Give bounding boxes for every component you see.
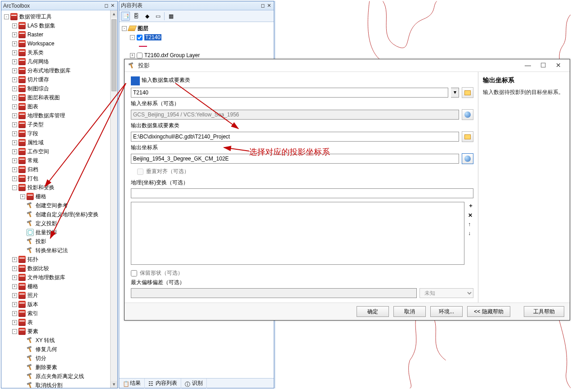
expand-toggle[interactable]: + (12, 104, 17, 109)
expand-toggle[interactable]: + (12, 95, 17, 100)
expand-toggle[interactable]: + (12, 149, 17, 154)
expand-toggle[interactable]: + (12, 77, 17, 82)
tree-node[interactable]: +数据比较 (4, 264, 116, 273)
tree-node[interactable]: +栅格 (4, 192, 116, 201)
scroll-down-icon[interactable]: ▼ (111, 381, 117, 388)
cs-picker-button[interactable] (462, 153, 473, 164)
list-by-selection-icon[interactable]: ▭ (153, 12, 162, 21)
tree-node[interactable]: -投影和变换 (4, 183, 116, 192)
environments-button[interactable]: 环境... (430, 306, 463, 317)
tab-identify[interactable]: ⓘ识别 (181, 379, 207, 388)
tree-node[interactable]: 批量投影 (4, 228, 116, 237)
tree-node[interactable]: +文件地理数据库 (4, 273, 116, 282)
tree-node[interactable]: XY 转线 (4, 336, 116, 345)
toc-layers-root[interactable]: - 图层 (121, 24, 272, 33)
tab-toc[interactable]: ☷内容列表 (145, 379, 181, 388)
cancel-button[interactable]: 取消 (393, 306, 426, 317)
tree-node[interactable]: +LAS 数据集 (4, 21, 116, 30)
expand-toggle[interactable]: + (12, 50, 17, 55)
add-button[interactable]: ＋ (468, 202, 473, 209)
expand-toggle[interactable]: + (20, 194, 25, 199)
expand-toggle[interactable]: + (130, 53, 135, 58)
input-dataset-field[interactable] (131, 88, 448, 98)
tree-node[interactable]: 转换坐标记法 (4, 246, 116, 255)
tree-node[interactable]: +切片缓存 (4, 75, 116, 84)
tree-node[interactable]: 删除要素 (4, 363, 116, 372)
tree-node[interactable]: +几何网络 (4, 57, 116, 66)
tree-node[interactable]: +Raster (4, 30, 116, 39)
expand-toggle[interactable]: + (12, 293, 17, 298)
tree-node[interactable]: +制图综合 (4, 84, 116, 93)
hide-help-button[interactable]: << 隐藏帮助 (467, 306, 510, 317)
tree-node[interactable]: +栅格 (4, 282, 116, 291)
expand-toggle[interactable]: + (12, 284, 17, 289)
arctoolbox-tree[interactable]: - 数据管理工具 +LAS 数据集+Raster+Workspace+关系类+几… (1, 10, 117, 388)
dock-icon[interactable]: ◻ (259, 3, 266, 9)
output-dataset-field[interactable] (131, 132, 459, 142)
geo-transform-list[interactable] (131, 202, 464, 265)
cs-picker-button[interactable] (462, 109, 473, 120)
list-by-visibility-icon[interactable]: ◆ (143, 12, 152, 21)
scroll-thumb[interactable] (112, 19, 116, 91)
expand-toggle[interactable]: + (12, 158, 17, 163)
maximize-icon[interactable]: ☐ (535, 61, 551, 71)
tree-node[interactable]: +版本 (4, 300, 116, 309)
tree-node[interactable]: 修复几何 (4, 345, 116, 354)
expand-toggle[interactable]: - (4, 14, 9, 19)
minimize-icon[interactable]: — (520, 61, 535, 71)
browse-button[interactable] (462, 87, 473, 98)
list-by-source-icon[interactable]: 🗄 (132, 12, 141, 21)
tree-node[interactable]: 取消线分割 (4, 381, 116, 388)
expand-toggle[interactable]: + (12, 122, 17, 127)
toc-layer-t2140[interactable]: - T2140 (121, 33, 272, 42)
tree-node[interactable]: +工作空间 (4, 147, 116, 156)
dialog-title-bar[interactable]: 投影 — ☐ ✕ (125, 59, 570, 72)
tree-node[interactable]: +照片 (4, 291, 116, 300)
tree-node[interactable]: +Workspace (4, 39, 116, 48)
tool-help-button[interactable]: 工具帮助 (524, 306, 564, 317)
layer-visibility-checkbox[interactable] (137, 35, 143, 40)
tree-root[interactable]: - 数据管理工具 (4, 12, 116, 21)
toc-layer-t2140-label[interactable]: T2140 (144, 34, 161, 40)
expand-toggle[interactable]: + (12, 86, 17, 91)
expand-toggle[interactable]: + (12, 41, 17, 46)
expand-toggle[interactable]: + (12, 176, 17, 181)
tree-node[interactable]: 切分 (4, 354, 116, 363)
tree-node[interactable]: +打包 (4, 174, 116, 183)
expand-toggle[interactable]: + (12, 68, 17, 73)
toc-tree[interactable]: - 图层 - T2140 + T2160.dxf Group Layer (119, 22, 274, 62)
expand-toggle[interactable]: + (12, 266, 17, 271)
expand-toggle[interactable]: + (12, 32, 17, 37)
expand-toggle[interactable]: + (12, 23, 17, 28)
expand-toggle[interactable]: - (122, 26, 127, 31)
tree-node[interactable]: +归档 (4, 165, 116, 174)
options-icon[interactable]: ▦ (166, 12, 175, 21)
tree-node[interactable]: +地理数据库管理 (4, 111, 116, 120)
expand-toggle[interactable]: + (12, 257, 17, 262)
list-by-drawing-icon[interactable]: 📑 (121, 12, 130, 21)
tab-results[interactable]: 📋结果 (119, 379, 145, 388)
close-icon[interactable]: ✕ (551, 61, 566, 71)
tree-node[interactable]: +拓扑 (4, 255, 116, 264)
dropdown-icon[interactable]: ▾ (451, 88, 459, 98)
tree-node[interactable]: +字段 (4, 129, 116, 138)
arctoolbox-title-bar[interactable]: ArcToolbox ◻ ✕ (1, 1, 117, 10)
tree-node[interactable]: +索引 (4, 309, 116, 318)
move-up-button[interactable]: ↑ (468, 221, 473, 227)
expand-toggle[interactable]: + (12, 320, 17, 325)
scroll-up-icon[interactable]: ▲ (111, 10, 117, 18)
tree-node[interactable]: +属性域 (4, 138, 116, 147)
tree-node[interactable]: 创建空间参考 (4, 201, 116, 210)
expand-toggle[interactable]: + (12, 167, 17, 172)
remove-button[interactable]: ✕ (468, 212, 473, 218)
contents-title-bar[interactable]: 内容列表 ◻ ✕ (119, 1, 274, 10)
expand-toggle[interactable]: - (12, 329, 17, 334)
dock-icon[interactable]: ◻ (103, 3, 109, 9)
tree-node[interactable]: 原点夹角距离定义线 (4, 372, 116, 381)
toc-layer-symbol[interactable] (121, 42, 272, 51)
layer-visibility-checkbox[interactable] (137, 53, 143, 58)
expand-toggle[interactable]: + (12, 59, 17, 64)
expand-toggle[interactable]: + (12, 131, 17, 136)
arctoolbox-scrollbar[interactable]: ▲ ▼ (110, 10, 117, 388)
tree-node[interactable]: -要素 (4, 327, 116, 336)
